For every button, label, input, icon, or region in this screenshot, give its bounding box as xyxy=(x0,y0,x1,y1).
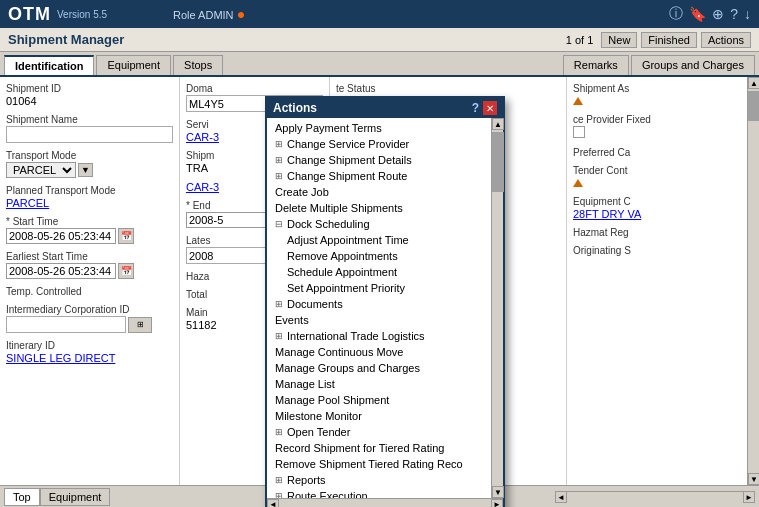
menu-groups-charges[interactable]: Manage Groups and Charges xyxy=(267,360,491,376)
manage-pool-label: Manage Pool Shipment xyxy=(275,394,389,406)
open-tender-label: Open Tender xyxy=(287,426,350,438)
bookmark-icon[interactable]: 🔖 xyxy=(689,6,706,22)
reports-label: Reports xyxy=(287,474,326,486)
shipment-id-field: Shipment ID 01064 xyxy=(6,83,173,107)
planned-transport-value[interactable]: PARCEL xyxy=(6,197,49,209)
transport-mode-select[interactable]: PARCEL xyxy=(6,162,76,178)
menu-apply-payment[interactable]: Apply Payment Terms xyxy=(267,120,491,136)
start-time-label: * Start Time xyxy=(6,216,173,227)
earliest-start-calendar-icon[interactable]: 📅 xyxy=(118,263,134,279)
menu-route-execution[interactable]: ⊞ Route Execution xyxy=(267,488,491,498)
help-icon[interactable]: ? xyxy=(730,6,738,22)
service-value[interactable]: CAR-3 xyxy=(186,131,219,143)
menu-delete-multiple[interactable]: Delete Multiple Shipments xyxy=(267,200,491,216)
form-col1: Shipment ID 01064 Shipment Name Transpor… xyxy=(0,77,180,485)
start-time-input[interactable] xyxy=(6,228,116,244)
modal-menu: Apply Payment Terms ⊞ Change Service Pro… xyxy=(267,118,491,498)
modal-scroll-down[interactable]: ▼ xyxy=(492,486,504,498)
arrow-icon[interactable]: ↓ xyxy=(744,6,751,22)
modal-close-button[interactable]: ✕ xyxy=(483,101,497,115)
menu-schedule-appointment[interactable]: Schedule Appointment xyxy=(267,264,491,280)
actions-button[interactable]: Actions xyxy=(701,32,751,48)
shipment-id-label: Shipment ID xyxy=(6,83,173,94)
menu-intl-trade[interactable]: ⊞ International Trade Logistics xyxy=(267,328,491,344)
menu-record-tiered[interactable]: Record Shipment for Tiered Rating xyxy=(267,440,491,456)
start-time-field: * Start Time 📅 xyxy=(6,216,173,244)
equipment-c-value[interactable]: 28FT DRY VA xyxy=(573,208,641,220)
intermed-input[interactable] xyxy=(6,316,126,333)
horizontal-scrollbar[interactable]: ◄ ► xyxy=(555,491,755,503)
menu-remove-appointments[interactable]: Remove Appointments xyxy=(267,248,491,264)
transport-mode-label: Transport Mode xyxy=(6,150,173,161)
finished-button[interactable]: Finished xyxy=(641,32,697,48)
earliest-start-label: Earliest Start Time xyxy=(6,251,173,262)
menu-adjust-appointment[interactable]: Adjust Appointment Time xyxy=(267,232,491,248)
bottom-tab-equipment[interactable]: Equipment xyxy=(40,488,111,506)
scroll-up-arrow[interactable]: ▲ xyxy=(748,77,759,89)
menu-manage-pool[interactable]: Manage Pool Shipment xyxy=(267,392,491,408)
menu-change-shipment-route[interactable]: ⊞ Change Shipment Route xyxy=(267,168,491,184)
menu-manage-list[interactable]: Manage List xyxy=(267,376,491,392)
schedule-appointment-label: Schedule Appointment xyxy=(287,266,397,278)
hscroll-left-arrow[interactable]: ◄ xyxy=(555,491,567,503)
shipment-name-field: Shipment Name xyxy=(6,114,173,143)
modal-hscroll: ◄ ► xyxy=(267,498,503,507)
create-job-label: Create Job xyxy=(275,186,329,198)
modal-hscroll-right[interactable]: ► xyxy=(491,499,503,508)
role-label: Role ADMIN ● xyxy=(173,6,245,22)
set-appointment-priority-label: Set Appointment Priority xyxy=(287,282,405,294)
menu-dock-scheduling[interactable]: ⊟ Dock Scheduling xyxy=(267,216,491,232)
dock-scheduling-expand-icon: ⊟ xyxy=(275,219,283,229)
menu-reports[interactable]: ⊞ Reports xyxy=(267,472,491,488)
settings-icon[interactable]: ⊕ xyxy=(712,6,724,22)
menu-continuous-move[interactable]: Manage Continuous Move xyxy=(267,344,491,360)
menu-events[interactable]: Events xyxy=(267,312,491,328)
tab-groups-charges[interactable]: Groups and Charges xyxy=(631,55,755,75)
bottom-tab-top[interactable]: Top xyxy=(4,488,40,506)
scroll-down-arrow[interactable]: ▼ xyxy=(748,473,759,485)
preferred-ca-label: Preferred Ca xyxy=(573,147,741,158)
new-button[interactable]: New xyxy=(601,32,637,48)
planned-val2-value[interactable]: CAR-3 xyxy=(186,181,219,193)
menu-milestone-monitor[interactable]: Milestone Monitor xyxy=(267,408,491,424)
planned-transport-label: Planned Transport Mode xyxy=(6,185,173,196)
route-execution-expand-icon: ⊞ xyxy=(275,491,283,498)
tab-remarks[interactable]: Remarks xyxy=(563,55,629,75)
delete-multiple-label: Delete Multiple Shipments xyxy=(275,202,403,214)
menu-set-appointment-priority[interactable]: Set Appointment Priority xyxy=(267,280,491,296)
info-icon[interactable]: ⓘ xyxy=(669,5,683,23)
transport-mode-icon: ▼ xyxy=(78,163,93,177)
menu-change-service[interactable]: ⊞ Change Service Provider xyxy=(267,136,491,152)
hscroll-right-arrow[interactable]: ► xyxy=(743,491,755,503)
te-status-label: te Status xyxy=(336,83,560,94)
modal-scrollbar[interactable]: ▲ ▼ xyxy=(491,118,503,498)
modal-help-icon[interactable]: ? xyxy=(472,101,479,115)
tab-stops[interactable]: Stops xyxy=(173,55,223,75)
menu-open-tender[interactable]: ⊞ Open Tender xyxy=(267,424,491,440)
scroll-thumb[interactable] xyxy=(748,91,759,121)
intermed-lookup-icon[interactable]: ⊞ xyxy=(128,317,152,333)
role-dot: ● xyxy=(237,6,245,22)
menu-change-shipment-details[interactable]: ⊞ Change Shipment Details xyxy=(267,152,491,168)
tab-identification[interactable]: Identification xyxy=(4,55,94,75)
itinerary-value[interactable]: SINGLE LEG DIRECT xyxy=(6,352,115,364)
change-route-label: Change Shipment Route xyxy=(287,170,407,182)
modal-scroll-up[interactable]: ▲ xyxy=(492,118,504,130)
modal-hscroll-left[interactable]: ◄ xyxy=(267,499,279,508)
earliest-start-field: Earliest Start Time 📅 xyxy=(6,251,173,279)
itinerary-label: Itinerary ID xyxy=(6,340,173,351)
shipment-name-input[interactable] xyxy=(6,126,173,143)
provider-fixed-checkbox[interactable] xyxy=(573,126,585,138)
pagination-label: 1 of 1 xyxy=(566,34,594,46)
menu-documents[interactable]: ⊞ Documents xyxy=(267,296,491,312)
vertical-scrollbar[interactable]: ▲ ▼ xyxy=(747,77,759,485)
tab-equipment[interactable]: Equipment xyxy=(96,55,171,75)
menu-remove-tiered[interactable]: Remove Shipment Tiered Rating Reco xyxy=(267,456,491,472)
hazmat-reg-field: Hazmat Reg xyxy=(573,227,741,238)
main-area: Identification Equipment Stops Remarks G… xyxy=(0,52,759,507)
title-bar: Shipment Manager 1 of 1 New Finished Act… xyxy=(0,28,759,52)
start-time-calendar-icon[interactable]: 📅 xyxy=(118,228,134,244)
menu-create-job[interactable]: Create Job xyxy=(267,184,491,200)
modal-scroll-thumb[interactable] xyxy=(492,132,504,192)
earliest-start-input[interactable] xyxy=(6,263,116,279)
